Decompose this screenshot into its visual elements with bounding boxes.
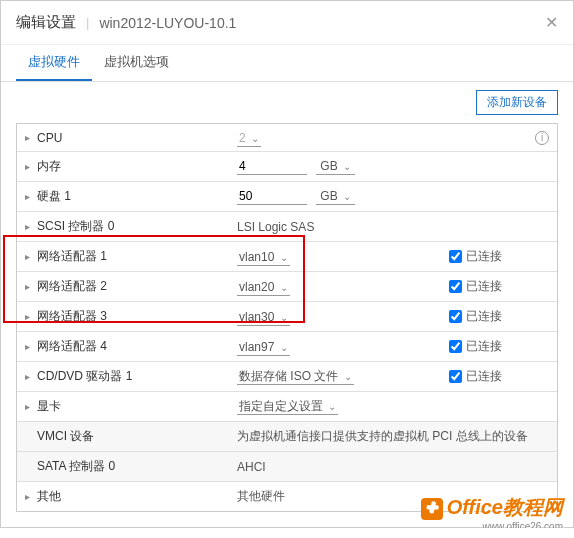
- info-icon[interactable]: i: [535, 131, 549, 145]
- label-disk1: 硬盘 1: [37, 188, 237, 205]
- toolbar: 添加新设备: [1, 82, 573, 123]
- row-net1: ▸ 网络适配器 1 vlan10 ⌄ 已连接: [17, 242, 557, 272]
- value-cddvd: 数据存储 ISO 文件 ⌄: [237, 368, 449, 385]
- label-net3: 网络适配器 3: [37, 308, 237, 325]
- expand-icon[interactable]: ▸: [25, 491, 37, 502]
- disk1-unit-select[interactable]: GB ⌄: [316, 188, 355, 205]
- net3-select[interactable]: vlan30 ⌄: [237, 309, 290, 326]
- label-net2: 网络适配器 2: [37, 278, 237, 295]
- label-scsi0: SCSI 控制器 0: [37, 218, 237, 235]
- value-vmci: 为虚拟机通信接口提供支持的虚拟机 PCI 总线上的设备: [237, 428, 549, 445]
- expand-icon[interactable]: ▸: [25, 371, 37, 382]
- label-sata: SATA 控制器 0: [37, 458, 237, 475]
- add-device-button[interactable]: 添加新设备: [476, 90, 558, 115]
- net2-checkbox[interactable]: [449, 280, 462, 293]
- net3-checkbox[interactable]: [449, 310, 462, 323]
- net2-connected: 已连接: [449, 278, 529, 295]
- label-other: 其他: [37, 488, 237, 505]
- row-cddvd: ▸ CD/DVD 驱动器 1 数据存储 ISO 文件 ⌄ 已连接: [17, 362, 557, 392]
- net1-connected: 已连接: [449, 248, 529, 265]
- row-cpu: ▸ CPU 2 ⌄ i: [17, 124, 557, 152]
- expand-icon[interactable]: ▸: [25, 341, 37, 352]
- video-select[interactable]: 指定自定义设置 ⌄: [237, 398, 338, 415]
- net3-connected: 已连接: [449, 308, 529, 325]
- edit-settings-dialog: 编辑设置 | win2012-LUYOU-10.1 ✕ 虚拟硬件 虚拟机选项 添…: [0, 0, 574, 528]
- value-scsi0: LSI Logic SAS: [237, 220, 449, 234]
- expand-icon[interactable]: ▸: [25, 281, 37, 292]
- title-divider: |: [86, 15, 89, 30]
- dialog-subtitle: win2012-LUYOU-10.1: [99, 15, 236, 31]
- expand-icon[interactable]: ▸: [25, 221, 37, 232]
- label-net4: 网络适配器 4: [37, 338, 237, 355]
- memory-unit-select[interactable]: GB ⌄: [316, 158, 355, 175]
- hardware-table-wrap: ▸ CPU 2 ⌄ i ▸ 内存 GB ⌄ ▸ 硬盘 1: [1, 123, 573, 527]
- watermark-icon: [421, 498, 443, 520]
- cddvd-select[interactable]: 数据存储 ISO 文件 ⌄: [237, 368, 354, 385]
- value-net3: vlan30 ⌄: [237, 310, 449, 324]
- net4-select[interactable]: vlan97 ⌄: [237, 339, 290, 356]
- value-sata: AHCI: [237, 460, 449, 474]
- label-vmci: VMCI 设备: [37, 428, 237, 445]
- label-net1: 网络适配器 1: [37, 248, 237, 265]
- row-sata: SATA 控制器 0 AHCI: [17, 452, 557, 482]
- watermark: Office教程网 www.office26.com: [421, 494, 563, 528]
- row-net2: ▸ 网络适配器 2 vlan20 ⌄ 已连接: [17, 272, 557, 302]
- row-memory: ▸ 内存 GB ⌄: [17, 152, 557, 182]
- value-video: 指定自定义设置 ⌄: [237, 398, 449, 415]
- value-other: 其他硬件: [237, 488, 449, 505]
- value-net4: vlan97 ⌄: [237, 340, 449, 354]
- value-cpu: 2 ⌄: [237, 131, 449, 145]
- net4-checkbox[interactable]: [449, 340, 462, 353]
- cpu-select[interactable]: 2 ⌄: [237, 130, 261, 147]
- disk1-input[interactable]: [237, 188, 307, 205]
- row-video: ▸ 显卡 指定自定义设置 ⌄: [17, 392, 557, 422]
- expand-icon[interactable]: ▸: [25, 311, 37, 322]
- label-memory: 内存: [37, 158, 237, 175]
- value-net2: vlan20 ⌄: [237, 280, 449, 294]
- hardware-table: ▸ CPU 2 ⌄ i ▸ 内存 GB ⌄ ▸ 硬盘 1: [16, 123, 558, 512]
- cddvd-checkbox[interactable]: [449, 370, 462, 383]
- memory-input[interactable]: [237, 158, 307, 175]
- label-cddvd: CD/DVD 驱动器 1: [37, 368, 237, 385]
- cddvd-connected: 已连接: [449, 368, 529, 385]
- tabs: 虚拟硬件 虚拟机选项: [1, 45, 573, 82]
- value-disk1: GB ⌄: [237, 188, 449, 205]
- expand-icon[interactable]: ▸: [25, 251, 37, 262]
- net4-connected: 已连接: [449, 338, 529, 355]
- row-net3: ▸ 网络适配器 3 vlan30 ⌄ 已连接: [17, 302, 557, 332]
- label-video: 显卡: [37, 398, 237, 415]
- value-net1: vlan10 ⌄: [237, 250, 449, 264]
- dialog-title: 编辑设置: [16, 13, 76, 32]
- label-cpu: CPU: [37, 131, 237, 145]
- expand-icon[interactable]: ▸: [25, 191, 37, 202]
- title-bar: 编辑设置 | win2012-LUYOU-10.1 ✕: [1, 1, 573, 45]
- tab-virtual-hardware[interactable]: 虚拟硬件: [16, 45, 92, 81]
- close-icon[interactable]: ✕: [545, 13, 558, 32]
- expand-icon[interactable]: ▸: [25, 161, 37, 172]
- net1-checkbox[interactable]: [449, 250, 462, 263]
- row-disk1: ▸ 硬盘 1 GB ⌄: [17, 182, 557, 212]
- tab-vm-options[interactable]: 虚拟机选项: [92, 45, 181, 81]
- value-memory: GB ⌄: [237, 158, 449, 175]
- net1-select[interactable]: vlan10 ⌄: [237, 249, 290, 266]
- row-vmci: VMCI 设备 为虚拟机通信接口提供支持的虚拟机 PCI 总线上的设备: [17, 422, 557, 452]
- row-net4: ▸ 网络适配器 4 vlan97 ⌄ 已连接: [17, 332, 557, 362]
- expand-icon[interactable]: ▸: [25, 132, 37, 143]
- row-scsi0: ▸ SCSI 控制器 0 LSI Logic SAS: [17, 212, 557, 242]
- net2-select[interactable]: vlan20 ⌄: [237, 279, 290, 296]
- expand-icon[interactable]: ▸: [25, 401, 37, 412]
